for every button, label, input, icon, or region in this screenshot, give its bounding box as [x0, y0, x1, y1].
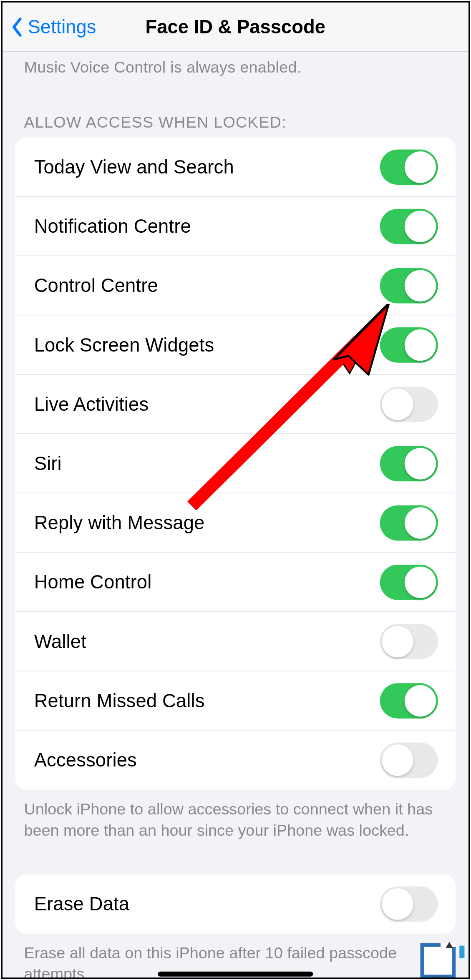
toggle-knob	[405, 329, 436, 361]
section-header-allow-access: ALLOW ACCESS WHEN LOCKED:	[3, 76, 468, 138]
setting-label: Control Centre	[34, 275, 158, 296]
setting-row: Return Missed Calls	[15, 671, 456, 731]
setting-row: Accessories	[15, 731, 456, 790]
setting-toggle[interactable]	[380, 505, 438, 540]
setting-toggle[interactable]	[380, 149, 438, 185]
nav-bar: Settings Face ID & Passcode	[3, 3, 468, 52]
setting-toggle[interactable]	[380, 683, 438, 719]
setting-label: Return Missed Calls	[34, 690, 205, 711]
watermark: GADGET	[420, 943, 464, 979]
setting-toggle[interactable]	[380, 387, 438, 422]
setting-toggle[interactable]	[380, 446, 438, 481]
setting-toggle[interactable]	[380, 209, 438, 244]
setting-label: Wallet	[34, 631, 86, 652]
setting-label: Siri	[34, 452, 62, 474]
setting-row: Notification Centre	[15, 197, 456, 256]
chevron-left-icon	[11, 18, 23, 36]
toggle-knob	[405, 566, 436, 598]
toggle-knob	[405, 270, 436, 302]
setting-row: Control Centre	[15, 256, 456, 315]
back-button[interactable]: Settings	[11, 16, 96, 38]
back-label: Settings	[28, 16, 96, 38]
setting-toggle[interactable]	[380, 327, 438, 362]
toggle-knob	[405, 507, 436, 538]
setting-label: Notification Centre	[34, 216, 191, 237]
setting-row: Live Activities	[15, 375, 456, 434]
toggle-knob	[405, 447, 436, 479]
setting-row: Today View and Search	[15, 138, 456, 197]
allow-access-group: Today View and SearchNotification Centre…	[15, 138, 456, 790]
toggle-knob	[405, 210, 436, 242]
setting-label: Today View and Search	[34, 156, 234, 177]
toggle-knob	[405, 685, 436, 716]
voice-control-note: Music Voice Control is always enabled.	[3, 52, 468, 76]
home-indicator[interactable]	[158, 972, 313, 977]
erase-data-row: Erase Data	[15, 874, 456, 933]
setting-toggle[interactable]	[380, 743, 438, 778]
setting-toggle[interactable]	[380, 268, 438, 303]
setting-label: Lock Screen Widgets	[34, 334, 214, 355]
content: Music Voice Control is always enabled. A…	[3, 52, 468, 980]
setting-row: Wallet	[15, 612, 456, 671]
setting-label: Live Activities	[34, 393, 149, 415]
setting-row: Lock Screen Widgets	[15, 315, 456, 374]
erase-data-group: Erase Data	[15, 874, 456, 933]
setting-row: Siri	[15, 434, 456, 493]
setting-label: Accessories	[34, 749, 137, 771]
setting-row: Reply with Message	[15, 493, 456, 553]
setting-row: Home Control	[15, 553, 456, 612]
toggle-knob	[405, 151, 436, 183]
erase-data-label: Erase Data	[34, 893, 130, 914]
toggle-knob	[382, 388, 413, 420]
toggle-knob	[382, 626, 413, 657]
setting-toggle[interactable]	[380, 564, 438, 600]
setting-label: Home Control	[34, 571, 152, 593]
setting-label: Reply with Message	[34, 512, 205, 533]
erase-data-toggle[interactable]	[380, 886, 438, 922]
accessories-note: Unlock iPhone to allow accessories to co…	[3, 790, 468, 841]
setting-toggle[interactable]	[380, 623, 438, 659]
toggle-knob	[382, 744, 413, 776]
toggle-knob	[382, 888, 413, 920]
